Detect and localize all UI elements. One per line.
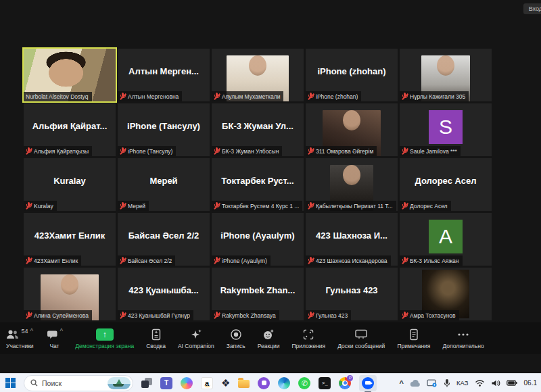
participant-name-label: Kuralay	[24, 201, 57, 211]
search-icon	[30, 379, 38, 387]
participant-display-name: Гульназ 423	[306, 268, 398, 312]
chevron-up-icon[interactable]: ^	[60, 328, 64, 335]
purple-app-icon[interactable]	[258, 377, 270, 389]
share-screen-button[interactable]: ↑ Демонстрация экрана	[69, 322, 140, 354]
participant-name-label: Амра Тохтасунов	[400, 310, 459, 320]
zoom-camera-icon	[362, 377, 374, 389]
participant-tile[interactable]: Нұрлы Кажигали 305	[400, 49, 492, 101]
muted-mic-icon	[214, 257, 220, 264]
record-button[interactable]: Запись	[220, 322, 252, 354]
chat-button[interactable]: ^ Чат	[40, 322, 70, 354]
participant-tile[interactable]: Қабылетқызы Перизат 11 Т...	[306, 158, 398, 211]
muted-mic-icon	[120, 312, 126, 319]
zoom-app-icon-active[interactable]	[359, 375, 377, 391]
whiteboards-button[interactable]: Доски сообщений	[331, 322, 391, 354]
participant-name-label: Токтарбек Рустем 4 Курс 1 ...	[212, 201, 302, 211]
microphone-icon[interactable]	[444, 378, 450, 388]
participant-tile[interactable]: Мерей Мерей	[118, 158, 210, 211]
participant-display-name: Байсан Әсел 2/2	[118, 213, 210, 258]
chevron-up-icon[interactable]: ^	[30, 328, 33, 335]
avatar: S	[429, 110, 463, 144]
participant-name-label: Rakymbek Zhansaya	[212, 310, 279, 320]
system-tray: ^ КАЗ 06.1	[400, 378, 537, 388]
participant-tile[interactable]: 423 Шахноза И... 423 Шахноза Искандерова	[306, 213, 398, 266]
summary-button[interactable]: Сводка	[140, 322, 172, 354]
participant-tile[interactable]: iPhone (zhohan) iPhone (zhohan)	[306, 49, 398, 101]
participant-tile[interactable]: Nurbolat Alseitov Dostyq	[24, 49, 116, 101]
dropbox-icon[interactable]: ❖	[221, 377, 230, 389]
task-view-icon[interactable]	[141, 378, 152, 388]
participant-tile[interactable]: S Saule Jamilova ***	[400, 103, 492, 156]
participant-tile[interactable]: Rakymbek Zhan... Rakymbek Zhansaya	[212, 268, 304, 320]
participant-tile[interactable]: Kuralay Kuralay	[24, 158, 116, 211]
participant-name-label: Долорес Асел	[400, 201, 451, 211]
chrome-icon[interactable]: P	[339, 377, 351, 389]
participant-display-name: 423 Шахноза И...	[306, 213, 398, 258]
search-highlight-image[interactable]	[108, 377, 131, 389]
participants-icon	[6, 329, 19, 340]
participant-name-label: Nurbolat Alseitov Dostyq	[24, 92, 92, 101]
participant-name-label: Гульназ 423	[306, 310, 351, 320]
edge-browser-icon[interactable]	[278, 377, 290, 389]
participant-display-name: iPhone (Тансулу)	[118, 103, 210, 148]
participant-display-name: Мерей	[118, 158, 210, 203]
screen-cast-icon[interactable]	[427, 379, 438, 387]
battery-icon[interactable]	[507, 380, 517, 386]
tray-chevron-up-icon[interactable]: ^	[400, 379, 404, 387]
participant-name-label: 311 Омарова Әйгерім	[306, 146, 377, 156]
participant-name-label: iPhone (zhohan)	[306, 91, 361, 101]
teams-icon[interactable]: T	[160, 377, 172, 389]
language-indicator[interactable]: КАЗ	[456, 379, 469, 387]
signin-button[interactable]: Вход	[523, 3, 541, 14]
participant-display-name: Токтарбек Руст...	[212, 158, 304, 203]
taskbar-search-input[interactable]: Поиск	[24, 375, 133, 391]
muted-mic-icon	[214, 93, 220, 100]
participant-name-label: Мерей	[118, 201, 149, 211]
terminal-icon[interactable]: >_	[319, 377, 331, 389]
file-explorer-icon[interactable]	[238, 380, 250, 388]
participant-tile[interactable]: 423Хамит Енлик 423Хамит Енлик	[24, 213, 116, 266]
participant-display-name: iPhone (Ayaulym)	[212, 213, 304, 258]
participant-tile[interactable]: Токтарбек Руст... Токтарбек Рустем 4 Кур…	[212, 158, 304, 211]
participant-tile[interactable]: Алина Сулейменова	[24, 268, 116, 320]
ellipsis-icon	[456, 328, 470, 341]
participants-button[interactable]: 54 ^ Участники	[0, 322, 40, 354]
participant-tile[interactable]: БК-3 Жуман Ул... БК-3 Жуман Улбосын	[212, 103, 304, 156]
start-button[interactable]	[5, 378, 16, 388]
participant-tile[interactable]: Гульназ 423 Гульназ 423	[306, 268, 398, 320]
participant-tile[interactable]: Альфия Қайрат... Альфия Қайратқызы	[24, 103, 116, 156]
participant-tile[interactable]: iPhone (Ayaulym) iPhone (Ayaulym)	[212, 213, 304, 266]
windows-taskbar: Поиск T a ❖ ✆ >_ P ^ КАЗ 06.1	[0, 373, 541, 392]
participant-tile[interactable]: A БК-3 Ильяс Аяжан	[400, 213, 492, 266]
participant-tile[interactable]: 423 Қуанышба... 423 Қуанышбай Гүлнұр	[118, 268, 210, 320]
avatar: A	[429, 220, 463, 253]
participant-name-label: Альфия Қайратқызы	[24, 146, 92, 156]
volume-icon[interactable]	[491, 379, 500, 387]
chat-icon	[46, 329, 58, 340]
participant-tile[interactable]: Байсан Әсел 2/2 Байсан Әсел 2/2	[118, 213, 210, 266]
participants-gallery: Nurbolat Alseitov Dostyq Алтын Мерген...…	[24, 49, 492, 320]
participant-tile[interactable]: Амра Тохтасунов	[400, 268, 492, 320]
participant-name-label: Байсан Әсел 2/2	[118, 255, 175, 266]
participant-tile[interactable]: Алтын Мерген... Алтын Мергеновна	[118, 49, 210, 101]
copilot-icon[interactable]	[181, 377, 193, 389]
summary-doc-icon	[151, 328, 162, 341]
notes-button[interactable]: Примечания	[391, 322, 436, 354]
participant-display-name: Kuralay	[24, 158, 116, 203]
reactions-button[interactable]: Реакции	[252, 322, 286, 354]
wifi-icon[interactable]	[475, 379, 485, 387]
participant-tile[interactable]: iPhone (Тансулу) iPhone (Тансулу)	[118, 103, 210, 156]
ai-companion-button[interactable]: AI Companion	[172, 322, 220, 354]
search-placeholder: Поиск	[42, 379, 103, 387]
muted-mic-icon	[214, 147, 220, 155]
whatsapp-icon[interactable]: ✆	[298, 377, 310, 389]
taskbar-clock[interactable]: 06.1	[524, 379, 537, 387]
more-button[interactable]: Дополнительно	[436, 322, 490, 354]
participant-tile[interactable]: 311 Омарова Әйгерім	[306, 103, 398, 156]
participant-tile[interactable]: Долорес Асел Долорес Асел	[400, 158, 492, 211]
record-icon	[230, 328, 242, 341]
amazon-icon[interactable]: a	[201, 377, 213, 389]
weather-cloud-icon[interactable]	[410, 379, 421, 387]
participant-tile[interactable]: Аяулым Мухаметкали	[212, 49, 304, 101]
apps-button[interactable]: Приложения	[285, 322, 331, 354]
